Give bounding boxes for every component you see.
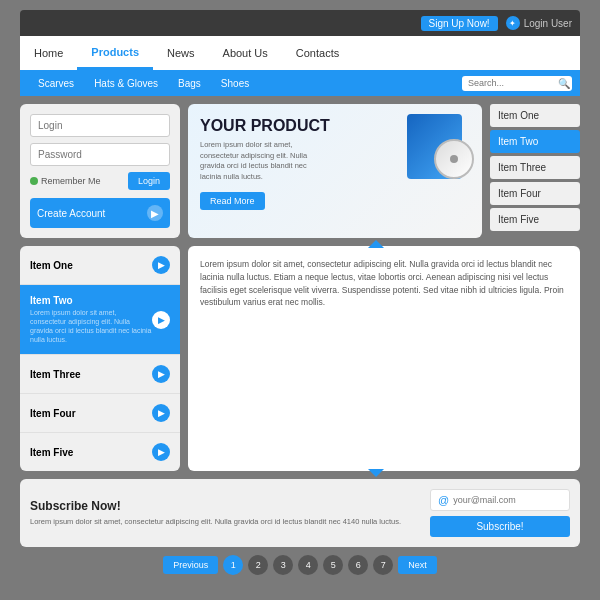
- bottom-area: Item One ▶ Item Two Lorem ipsum dolor si…: [20, 246, 580, 471]
- next-button[interactable]: Next: [398, 556, 437, 574]
- page-3[interactable]: 3: [273, 555, 293, 575]
- list-item-4[interactable]: Item Four ▶: [20, 394, 180, 433]
- remember-dot: [30, 177, 38, 185]
- list-item-5[interactable]: Item Five ▶: [20, 433, 180, 471]
- subscribe-title: Subscribe Now!: [30, 499, 420, 513]
- subnav-bags[interactable]: Bags: [168, 78, 211, 89]
- list-item-2[interactable]: Item Two Lorem ipsum dolor sit amet, con…: [20, 285, 180, 355]
- top-bar: Sign Up Now! ✦ Login User: [20, 10, 580, 36]
- product-banner: YOUR PRODUCT Lorem ipsum dolor sit amet,…: [188, 104, 482, 238]
- right-list-item-4[interactable]: Item Four: [490, 182, 580, 205]
- list-arrow-5: ▶: [152, 443, 170, 461]
- search-icon: 🔍: [558, 78, 570, 89]
- content-area: Remember Me Login Create Account ▶ YOUR …: [20, 104, 580, 238]
- right-list-item-5[interactable]: Item Five: [490, 208, 580, 231]
- subscribe-desc: Lorem ipsum dolor sit amet, consectetur …: [30, 517, 420, 528]
- list-item-3[interactable]: Item Three ▶: [20, 355, 180, 394]
- page-6[interactable]: 6: [348, 555, 368, 575]
- list-arrow-4: ▶: [152, 404, 170, 422]
- page-4[interactable]: 4: [298, 555, 318, 575]
- login-panel: Remember Me Login Create Account ▶: [20, 104, 180, 238]
- right-list-item-2[interactable]: Item Two: [490, 130, 580, 153]
- subscribe-left: Subscribe Now! Lorem ipsum dolor sit ame…: [30, 499, 420, 528]
- product-description: Lorem ipsum dolor sit amet, consectetur …: [200, 140, 320, 182]
- login-user[interactable]: ✦ Login User: [506, 16, 572, 30]
- search-input[interactable]: [468, 78, 558, 88]
- email-input-wrap[interactable]: @: [430, 489, 570, 511]
- remember-row: Remember Me Login: [30, 172, 170, 190]
- list-item-1[interactable]: Item One ▶: [20, 246, 180, 285]
- page-2[interactable]: 2: [248, 555, 268, 575]
- nav-about[interactable]: About Us: [209, 36, 282, 70]
- scroll-up-icon[interactable]: [368, 240, 384, 248]
- arrow-icon: ▶: [147, 205, 163, 221]
- login-input[interactable]: [30, 114, 170, 137]
- email-input[interactable]: [453, 495, 562, 505]
- sub-nav: Scarves Hats & Gloves Bags Shoes 🔍: [20, 70, 580, 96]
- password-input[interactable]: [30, 143, 170, 166]
- create-account-button[interactable]: Create Account ▶: [30, 198, 170, 228]
- read-more-button[interactable]: Read More: [200, 192, 265, 210]
- product-disc-image: [434, 139, 474, 179]
- right-list-item-1[interactable]: Item One: [490, 104, 580, 127]
- nav-contacts[interactable]: Contacts: [282, 36, 353, 70]
- text-panel: Lorem ipsum dolor sit amet, consectetur …: [188, 246, 580, 471]
- page-5[interactable]: 5: [323, 555, 343, 575]
- subscribe-right: @ Subscribe!: [430, 489, 570, 537]
- scroll-down-icon[interactable]: [368, 469, 384, 477]
- login-user-label: Login User: [524, 18, 572, 29]
- pagination: Previous 1 2 3 4 5 6 7 Next: [20, 555, 580, 581]
- login-button[interactable]: Login: [128, 172, 170, 190]
- list-arrow-3: ▶: [152, 365, 170, 383]
- nav-products[interactable]: Products: [77, 36, 153, 70]
- signup-button[interactable]: Sign Up Now!: [421, 16, 498, 31]
- prev-button[interactable]: Previous: [163, 556, 218, 574]
- subscribe-button[interactable]: Subscribe!: [430, 516, 570, 537]
- search-box[interactable]: 🔍: [462, 76, 572, 91]
- nav-bar: Home Products News About Us Contacts: [20, 36, 580, 70]
- page-7[interactable]: 7: [373, 555, 393, 575]
- user-icon: ✦: [506, 16, 520, 30]
- subnav-scarves[interactable]: Scarves: [28, 78, 84, 89]
- subnav-hats[interactable]: Hats & Gloves: [84, 78, 168, 89]
- remember-label[interactable]: Remember Me: [30, 176, 101, 186]
- subscribe-panel: Subscribe Now! Lorem ipsum dolor sit ame…: [20, 479, 580, 547]
- right-list-panel: Item One Item Two Item Three Item Four I…: [490, 104, 580, 238]
- at-icon: @: [438, 494, 449, 506]
- list-arrow-2: ▶: [152, 311, 170, 329]
- list-arrow-1: ▶: [152, 256, 170, 274]
- left-list-panel: Item One ▶ Item Two Lorem ipsum dolor si…: [20, 246, 180, 471]
- subnav-shoes[interactable]: Shoes: [211, 78, 259, 89]
- nav-home[interactable]: Home: [20, 36, 77, 70]
- right-list-item-3[interactable]: Item Three: [490, 156, 580, 179]
- nav-news[interactable]: News: [153, 36, 209, 70]
- page-1[interactable]: 1: [223, 555, 243, 575]
- text-content: Lorem ipsum dolor sit amet, consectetur …: [200, 258, 568, 309]
